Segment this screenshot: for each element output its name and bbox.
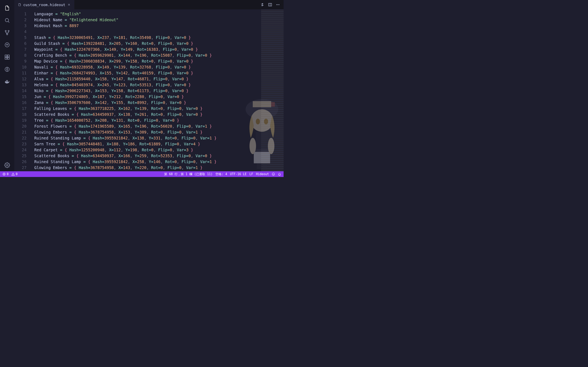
status-bell-icon[interactable] — [278, 173, 281, 176]
more-icon[interactable] — [276, 3, 280, 7]
svg-rect-15 — [7, 80, 8, 81]
explorer-icon[interactable] — [2, 3, 12, 13]
extensions-icon[interactable] — [2, 52, 12, 62]
svg-rect-11 — [5, 81, 6, 82]
status-warnings[interactable]: 0 — [11, 172, 17, 176]
status-feedback-icon[interactable] — [272, 173, 275, 176]
svg-rect-13 — [7, 81, 8, 82]
close-icon[interactable] — [67, 3, 71, 6]
line-gutter: 1234567891011121314151617181920212223242… — [14, 9, 30, 171]
svg-rect-14 — [6, 80, 7, 81]
status-bar: 0 0 第 68 行，第 1 欄 (已選取 11) 空格: 4 UTF-16 L… — [0, 171, 284, 177]
svg-rect-6 — [5, 57, 7, 59]
status-eol[interactable]: LF — [250, 172, 253, 176]
svg-point-3 — [7, 34, 8, 35]
editor-tab[interactable]: custom_room.hideout — [14, 0, 74, 9]
docker-icon[interactable] — [2, 77, 12, 86]
svg-point-18 — [277, 4, 277, 5]
activity-bar — [0, 0, 14, 171]
svg-point-2 — [8, 30, 9, 32]
svg-point-16 — [7, 165, 8, 166]
gitlens-icon[interactable] — [2, 64, 12, 74]
warnings-count: 0 — [16, 172, 17, 176]
status-encoding[interactable]: UTF-16 LE — [230, 172, 246, 176]
code-content[interactable]: Language = "English"Hideout Name = "Enli… — [30, 9, 261, 171]
svg-rect-5 — [5, 55, 7, 57]
svg-rect-8 — [7, 55, 9, 57]
debug-icon[interactable] — [2, 40, 12, 50]
status-language[interactable]: Hideout — [256, 172, 269, 176]
split-editor-icon[interactable] — [268, 3, 272, 7]
svg-point-0 — [5, 18, 9, 22]
svg-point-35 — [272, 173, 275, 175]
editor-body[interactable]: 1234567891011121314151617181920212223242… — [14, 9, 284, 171]
settings-gear-icon[interactable] — [2, 160, 12, 170]
status-errors[interactable]: 0 — [2, 172, 9, 176]
svg-point-19 — [277, 4, 278, 5]
minimap[interactable] — [261, 9, 284, 171]
svg-point-10 — [7, 69, 8, 70]
status-cursor[interactable]: 第 68 行，第 1 欄 (已選取 11) — [164, 172, 213, 176]
svg-point-1 — [5, 30, 6, 32]
editor-area: custom_room.hideout 12345678910111213141… — [14, 0, 284, 171]
source-control-icon[interactable] — [2, 28, 12, 38]
tab-filename: custom_room.hideout — [23, 3, 65, 7]
search-icon[interactable] — [2, 16, 12, 25]
svg-rect-7 — [7, 57, 9, 59]
tab-actions — [260, 0, 284, 9]
svg-point-20 — [279, 4, 279, 5]
tab-bar: custom_room.hideout — [14, 0, 284, 9]
file-icon — [18, 3, 21, 6]
errors-count: 0 — [7, 172, 9, 176]
diff-icon[interactable] — [260, 3, 264, 7]
svg-rect-12 — [6, 81, 7, 82]
status-indent[interactable]: 空格: 4 — [215, 172, 227, 176]
